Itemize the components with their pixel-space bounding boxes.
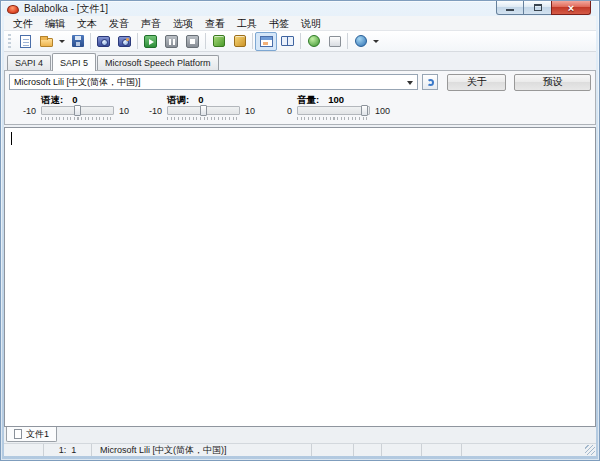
menu-view[interactable]: 查看: [199, 16, 231, 31]
open-file-button[interactable]: [36, 32, 57, 51]
menu-voice[interactable]: 声音: [135, 16, 167, 31]
close-button[interactable]: ×: [551, 1, 591, 15]
client-area: 文件 编辑 文本 发音 声音 选项 查看 工具 书签 说明: [4, 16, 596, 456]
document-text-area[interactable]: [4, 127, 596, 427]
document-icon: [14, 429, 22, 439]
window-controls: ×: [496, 1, 591, 15]
refresh-voices-button[interactable]: [422, 74, 439, 90]
stop-button[interactable]: [182, 32, 203, 51]
menu-file[interactable]: 文件: [7, 16, 39, 31]
skins-icon: [355, 35, 367, 47]
dictionary-button[interactable]: [277, 32, 298, 51]
voice-panel: Microsoft Lili [中文(简体，中国)] 关于 预设 语速: 0: [4, 70, 596, 125]
status-cursor-position: 1: 1: [44, 444, 92, 456]
voice-select-value: Microsoft Lili [中文(简体，中国)]: [14, 76, 141, 89]
status-panel-empty: [354, 444, 382, 456]
box-orange-button[interactable]: [229, 32, 250, 51]
volume-slider-ticks: [297, 117, 370, 121]
volume-max-label: 100: [375, 106, 390, 116]
document-tabstrip: 文件1: [4, 427, 596, 443]
toolbar-separator: [300, 33, 301, 49]
volume-slider[interactable]: [297, 106, 370, 115]
pitch-min-label: -10: [141, 106, 162, 116]
minimize-icon: [506, 9, 514, 11]
sliders-row: 语速: 0 -10 10 语调: 0: [9, 94, 591, 121]
audio-converter-icon: [118, 36, 131, 47]
new-document-icon: [20, 35, 31, 48]
book-gray-button[interactable]: [324, 32, 345, 51]
volume-label: 音量:: [297, 94, 319, 105]
book-gray-icon: [329, 36, 341, 47]
pause-button[interactable]: [161, 32, 182, 51]
pitch-label: 语调:: [167, 94, 189, 105]
volume-slider-thumb[interactable]: [361, 105, 368, 116]
save-audio-button[interactable]: [93, 32, 114, 51]
pitch-value: 0: [198, 94, 203, 105]
tab-sapi4[interactable]: SAPI 4: [7, 55, 51, 70]
status-panel-empty: [382, 444, 422, 456]
speed-label: 语速:: [41, 94, 63, 105]
speed-min-label: -10: [15, 106, 36, 116]
pitch-slider-group: 语调: 0 -10 10: [141, 94, 255, 121]
chevron-down-icon: [407, 81, 413, 85]
toolbar-separator: [347, 33, 348, 49]
menu-options[interactable]: 选项: [167, 16, 199, 31]
pitch-slider-ticks: [167, 117, 240, 121]
toolbar-separator: [205, 33, 206, 49]
resize-grip[interactable]: [585, 445, 595, 455]
menu-help[interactable]: 说明: [295, 16, 327, 31]
maximize-button[interactable]: [524, 1, 551, 15]
speed-slider[interactable]: [41, 106, 114, 115]
about-voice-button[interactable]: 关于: [447, 74, 506, 91]
stop-icon: [186, 35, 199, 48]
skins-dropdown[interactable]: [371, 32, 381, 51]
save-file-button[interactable]: [67, 32, 88, 51]
skins-button[interactable]: [350, 32, 371, 51]
layout-toggle-icon: [260, 36, 273, 47]
app-icon: [7, 5, 19, 14]
close-icon: ×: [568, 2, 574, 14]
status-panel-empty: [4, 444, 44, 456]
play-button[interactable]: [140, 32, 161, 51]
toolbar-grip[interactable]: [8, 34, 11, 49]
document-tab-label: 文件1: [26, 428, 49, 441]
audio-converter-button[interactable]: [114, 32, 135, 51]
status-panel-empty: [462, 444, 596, 456]
tab-sapi5[interactable]: SAPI 5: [52, 53, 96, 71]
speed-max-label: 10: [119, 106, 129, 116]
refresh-green-button[interactable]: [303, 32, 324, 51]
speed-slider-thumb[interactable]: [74, 105, 81, 116]
pitch-slider[interactable]: [167, 106, 240, 115]
box-green-button[interactable]: [208, 32, 229, 51]
balabolka-window: Balabolka - [文件1] × 文件 编辑 文本 发音 声音 选项 查看…: [0, 0, 600, 461]
pitch-max-label: 10: [245, 106, 255, 116]
open-file-dropdown[interactable]: [57, 32, 67, 51]
new-document-button[interactable]: [15, 32, 36, 51]
document-tab[interactable]: 文件1: [6, 427, 57, 442]
presets-button[interactable]: 预设: [514, 74, 591, 91]
menu-bar: 文件 编辑 文本 发音 声音 选项 查看 工具 书签 说明: [4, 16, 596, 31]
tab-microsoft-speech-platform[interactable]: Microsoft Speech Platform: [97, 55, 219, 70]
save-file-icon: [72, 35, 84, 47]
menu-text[interactable]: 文本: [71, 16, 103, 31]
chevron-down-icon: [373, 40, 379, 43]
menu-edit[interactable]: 编辑: [39, 16, 71, 31]
window-title: Balabolka - [文件1]: [24, 2, 108, 16]
pause-icon: [165, 35, 178, 48]
status-bar: 1: 1 Microsoft Lili [中文(简体，中国)]: [4, 443, 596, 456]
minimize-button[interactable]: [496, 1, 524, 15]
pitch-slider-thumb[interactable]: [200, 105, 207, 116]
menu-tools[interactable]: 工具: [231, 16, 263, 31]
box-green-icon: [213, 35, 225, 47]
layout-toggle-button[interactable]: [255, 32, 277, 51]
status-voice-name: Microsoft Lili [中文(简体，中国)]: [92, 444, 312, 456]
volume-value: 100: [328, 94, 344, 105]
voice-select[interactable]: Microsoft Lili [中文(简体，中国)]: [9, 74, 418, 90]
save-audio-icon: [97, 36, 110, 47]
speed-slider-group: 语速: 0 -10 10: [15, 94, 129, 121]
maximize-icon: [534, 4, 542, 11]
menu-bookmarks[interactable]: 书签: [263, 16, 295, 31]
chevron-down-icon: [59, 40, 65, 43]
menu-pronunciation[interactable]: 发音: [103, 16, 135, 31]
speed-value: 0: [72, 94, 77, 105]
